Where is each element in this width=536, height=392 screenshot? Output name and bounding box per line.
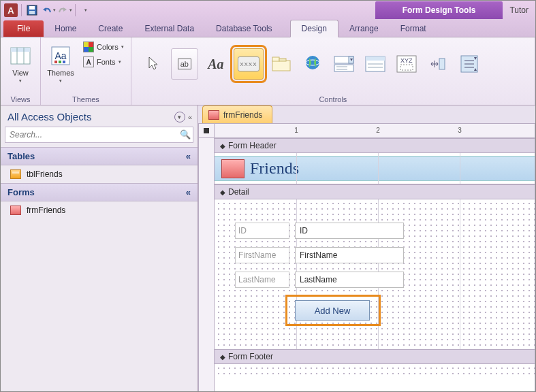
fonts-icon: A [83,56,94,67]
app-icon[interactable]: A [3,3,18,18]
tab-home[interactable]: Home [44,20,87,37]
colors-label: Colors [97,43,119,51]
form-header-bar[interactable]: ◆Form Header [215,138,535,153]
collapse-icon: « [186,151,191,161]
field-control-id[interactable]: ID [295,223,404,239]
view-button[interactable]: View ▾ [5,40,36,88]
svg-rect-9 [54,61,57,63]
section-label: Form Footer [228,352,273,361]
navigation-pane: All Access Objects ▾« 🔍 Tables« tblFrien… [1,105,198,392]
nav-section-label: Forms [7,187,35,197]
dropdown-icon: ▾ [59,78,62,84]
section-label: Detail [228,187,249,197]
qat-separator [21,4,22,16]
field-label-firstname[interactable]: FirstName [235,247,289,263]
group-label-views: Views [5,94,36,103]
dropdown-icon: ▾ [119,59,121,65]
group-views: View ▾ Views [1,37,41,105]
qat-customize-button[interactable]: ▾ [78,3,93,18]
combobox-tool[interactable] [330,48,358,80]
quick-access-toolbar: A ▾ ▾ ▾ [1,3,96,18]
field-row-firstname: FirstName FirstName [235,247,404,263]
save-icon [27,5,37,16]
svg-rect-12 [272,61,290,71]
ruler-mark: 3 [458,127,462,134]
field-control-lastname[interactable]: LastName [295,272,404,288]
svg-rect-23 [366,56,385,61]
form-header-section[interactable]: Friends [215,153,535,184]
tab-format[interactable]: Format [390,20,437,37]
svg-rect-29 [439,59,445,69]
colors-button[interactable]: Colors ▾ [80,40,127,54]
form-footer-bar[interactable]: ◆Form Footer [215,349,535,364]
nav-filter-dropdown[interactable]: ▾ [174,112,185,122]
form-logo[interactable] [221,159,245,178]
field-row-id: ID ID [235,223,404,239]
detail-section[interactable]: ID ID FirstName FirstName LastName LastN… [215,199,535,349]
horizontal-ruler[interactable]: 1 2 3 [215,123,535,138]
svg-rect-19 [334,65,353,71]
select-tool[interactable] [140,48,167,80]
nav-item-tblfriends[interactable]: tblFriends [1,165,198,183]
listbox-icon [365,56,385,72]
contextual-tab-title: Form Design Tools [375,1,503,19]
hyperlink-tool[interactable] [299,48,326,80]
svg-rect-1 [29,6,35,10]
insert-chart-tool[interactable] [424,48,452,80]
vertical-ruler[interactable] [198,138,215,392]
file-tab[interactable]: File [3,20,44,37]
nav-title-bar[interactable]: All Access Objects ▾« [1,105,198,127]
button-icon: XXXX [238,56,259,71]
tab-arrange[interactable]: Arrange [338,20,390,37]
fonts-button[interactable]: AFonts ▾ [80,55,127,69]
nav-section-label: Tables [7,151,35,161]
label-tool[interactable]: Aa [202,48,230,80]
design-surface[interactable]: ◆Form Header Friends ◆Detail ID ID First… [215,138,535,392]
nav-collapse-button[interactable]: « [188,113,192,121]
nav-section-tables[interactable]: Tables« [1,147,198,165]
save-button[interactable] [25,3,40,18]
nav-item-frmfriends[interactable]: frmFriends [1,201,198,219]
ruler-selector[interactable] [198,123,215,138]
textbox-tool[interactable]: ab [171,48,198,80]
field-label-lastname[interactable]: LastName [235,272,289,288]
more-controls-tool[interactable] [456,48,483,80]
listbox-tool[interactable] [362,48,389,80]
undo-button[interactable]: ▾ [41,3,56,18]
search-icon[interactable]: 🔍 [180,129,191,140]
themes-button[interactable]: Aa Themes ▾ [45,40,76,88]
detail-bar[interactable]: ◆Detail [215,184,535,199]
field-label-id[interactable]: ID [235,223,289,239]
tab-database-tools[interactable]: Database Tools [205,20,283,37]
dropdown-icon: ▾ [121,44,124,50]
nav-item-label: frmFriends [27,206,65,215]
redo-button[interactable]: ▾ [57,3,72,18]
tab-design[interactable]: Design [290,20,338,37]
search-input[interactable] [5,127,193,143]
form-title-area: Friends [215,156,535,181]
workspace: All Access Objects ▾« 🔍 Tables« tblFrien… [1,105,535,392]
qat-separator [75,4,76,16]
dropdown-icon: ▾ [53,7,56,13]
tab-external-data[interactable]: External Data [133,20,205,37]
button-tool[interactable]: XXXX [234,48,264,80]
svg-rect-14 [279,59,286,61]
section-twist-icon: ◆ [220,189,225,196]
ribbon-tabs: File Home Create External Data Database … [1,20,535,37]
pointer-icon [146,56,160,72]
tab-control-tool[interactable] [268,48,295,80]
svg-text:XYZ: XYZ [400,57,413,64]
group-label-controls: Controls [136,94,531,103]
view-icon [9,44,32,67]
nav-section-forms[interactable]: Forms« [1,183,198,201]
document-tab[interactable]: frmFriends [202,105,272,123]
tab-create[interactable]: Create [87,20,133,37]
field-control-firstname[interactable]: FirstName [295,247,404,263]
group-themes: Aa Themes ▾ Colors ▾ AFonts ▾ Themes [41,37,131,105]
nav-search: 🔍 [5,127,193,143]
form-title-label[interactable]: Friends [250,159,299,178]
ribbon: View ▾ Views Aa Themes ▾ Colors ▾ AFonts… [1,37,535,105]
svg-point-15 [306,56,319,69]
subform-tool[interactable]: XYZ [393,48,420,80]
form-footer-section[interactable] [215,364,535,378]
